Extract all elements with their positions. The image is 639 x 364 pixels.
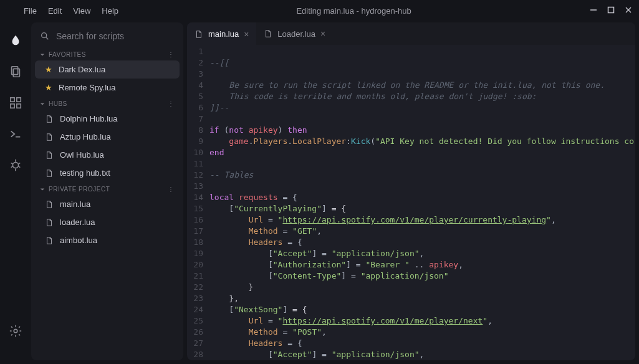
tab-close-icon[interactable]: × xyxy=(244,29,249,39)
svg-line-20 xyxy=(46,37,48,39)
tab[interactable]: Loader.lua× xyxy=(256,22,333,45)
menu-file[interactable]: File xyxy=(24,6,37,16)
svg-line-16 xyxy=(19,166,21,168)
section-header-private[interactable]: PRIVATE PROJECT ⋮ xyxy=(31,182,183,195)
file-icon xyxy=(45,151,54,160)
tree-item[interactable]: main.lua xyxy=(31,195,183,213)
window-title: Editing main.lua - hydrogen-hub xyxy=(118,6,589,16)
chevron-down-icon xyxy=(40,52,45,57)
tab[interactable]: main.lua× xyxy=(187,22,256,45)
code-body[interactable]: --[[ Be sure to run the script linked on… xyxy=(209,46,635,360)
tree-item[interactable]: Aztup Hub.lua xyxy=(31,128,183,146)
logo-icon[interactable] xyxy=(9,34,22,47)
tree-item[interactable]: Dolphin Hub.lua xyxy=(31,110,183,128)
svg-rect-6 xyxy=(11,98,14,102)
tree-item-label: aimbot.lua xyxy=(60,236,97,245)
files-icon[interactable] xyxy=(9,65,22,79)
search-bar[interactable] xyxy=(31,25,183,47)
svg-rect-7 xyxy=(17,98,21,102)
sidebar: FAVORITES ⋮ ★Dark Dex.lua★Remote Spy.lua… xyxy=(31,22,183,360)
svg-rect-1 xyxy=(608,7,614,12)
file-icon xyxy=(195,30,203,39)
svg-rect-4 xyxy=(12,67,18,75)
file-icon xyxy=(45,115,54,123)
editor: main.lua×Loader.lua× 1234567891011121314… xyxy=(187,22,635,360)
titlebar: File Edit View Help Editing main.lua - h… xyxy=(0,0,639,21)
svg-rect-9 xyxy=(17,104,21,108)
bug-icon[interactable] xyxy=(9,158,22,172)
grid-icon[interactable] xyxy=(9,96,22,110)
file-icon xyxy=(45,169,54,178)
tree-item[interactable]: Owl Hub.lua xyxy=(31,146,183,164)
star-icon: ★ xyxy=(45,65,52,74)
menu-view[interactable]: View xyxy=(73,6,90,16)
star-icon: ★ xyxy=(45,83,52,92)
terminal-icon[interactable] xyxy=(9,127,22,141)
section-more-icon[interactable]: ⋮ xyxy=(168,51,175,58)
menu-bar: File Edit View Help xyxy=(24,6,118,16)
tree-item-label: loader.lua xyxy=(60,218,95,227)
tree-item[interactable]: ★Remote Spy.lua xyxy=(31,79,183,97)
line-gutter: 1234567891011121314151617181920212223242… xyxy=(187,46,209,360)
tree-item[interactable]: ★Dark Dex.lua xyxy=(35,60,180,79)
tree-item-label: main.lua xyxy=(60,199,90,209)
file-icon xyxy=(264,29,272,38)
minimize-icon[interactable] xyxy=(589,6,598,16)
tab-label: Loader.lua xyxy=(277,29,315,39)
search-input[interactable] xyxy=(56,31,175,41)
svg-line-14 xyxy=(19,163,21,164)
activity-bar xyxy=(0,21,31,364)
section-header-hubs[interactable]: HUBS ⋮ xyxy=(31,97,183,110)
tree-item[interactable]: testing hub.txt xyxy=(31,164,183,182)
file-icon xyxy=(45,133,54,141)
svg-point-19 xyxy=(42,33,47,38)
close-icon[interactable] xyxy=(624,6,633,16)
tree-item-label: Remote Spy.lua xyxy=(59,83,116,92)
maximize-icon[interactable] xyxy=(607,6,615,16)
tab-label: main.lua xyxy=(208,29,239,39)
tree-item-label: Aztup Hub.lua xyxy=(60,132,111,141)
tree-item-label: Owl Hub.lua xyxy=(60,150,104,160)
section-more-icon[interactable]: ⋮ xyxy=(168,186,175,193)
tab-close-icon[interactable]: × xyxy=(320,29,325,39)
tree-item-label: Dolphin Hub.lua xyxy=(60,114,118,123)
svg-point-18 xyxy=(14,329,17,333)
search-icon xyxy=(40,31,50,41)
chevron-down-icon xyxy=(40,187,45,192)
tree-item[interactable]: aimbot.lua xyxy=(31,231,183,249)
svg-rect-5 xyxy=(13,69,19,77)
tree-item[interactable]: loader.lua xyxy=(31,213,183,231)
file-icon xyxy=(45,218,54,227)
file-icon xyxy=(45,200,54,209)
menu-edit[interactable]: Edit xyxy=(48,6,62,16)
settings-icon[interactable] xyxy=(9,324,22,338)
code-area[interactable]: 1234567891011121314151617181920212223242… xyxy=(187,45,635,360)
file-icon xyxy=(45,236,54,245)
tree-item-label: Dark Dex.lua xyxy=(59,65,105,74)
section-more-icon[interactable]: ⋮ xyxy=(168,100,175,107)
tree-item-label: testing hub.txt xyxy=(60,168,110,178)
svg-rect-8 xyxy=(11,104,14,108)
tab-bar: main.lua×Loader.lua× xyxy=(187,22,635,45)
chevron-down-icon xyxy=(40,102,45,107)
menu-help[interactable]: Help xyxy=(102,6,118,16)
svg-point-11 xyxy=(12,162,18,168)
svg-line-15 xyxy=(11,166,13,168)
svg-line-13 xyxy=(11,163,13,164)
section-header-favorites[interactable]: FAVORITES ⋮ xyxy=(31,47,183,60)
